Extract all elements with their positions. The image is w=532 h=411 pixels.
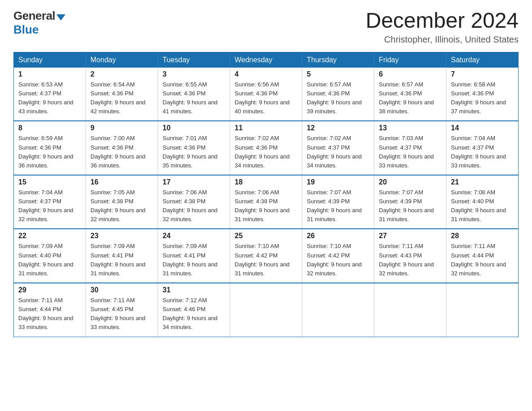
day-info: Sunrise: 7:10 AMSunset: 4:42 PMDaylight:… bbox=[307, 242, 369, 278]
day-info: Sunrise: 7:11 AMSunset: 4:44 PMDaylight:… bbox=[18, 296, 81, 332]
day-number: 22 bbox=[18, 232, 81, 240]
day-info: Sunrise: 7:00 AMSunset: 4:36 PMDaylight:… bbox=[90, 134, 153, 170]
day-info: Sunrise: 6:59 AMSunset: 4:36 PMDaylight:… bbox=[18, 134, 81, 170]
day-number: 14 bbox=[451, 124, 514, 132]
calendar-day-cell: 26 Sunrise: 7:10 AMSunset: 4:42 PMDaylig… bbox=[302, 229, 374, 283]
calendar-day-cell: 29 Sunrise: 7:11 AMSunset: 4:44 PMDaylig… bbox=[14, 283, 86, 337]
day-info: Sunrise: 7:08 AMSunset: 4:40 PMDaylight:… bbox=[451, 188, 514, 224]
day-info: Sunrise: 7:01 AMSunset: 4:36 PMDaylight:… bbox=[163, 134, 225, 170]
title-block: December 2024 Christopher, Illinois, Uni… bbox=[365, 9, 519, 45]
calendar-day-cell: 20 Sunrise: 7:07 AMSunset: 4:39 PMDaylig… bbox=[374, 175, 446, 229]
day-info: Sunrise: 7:11 AMSunset: 4:44 PMDaylight:… bbox=[451, 242, 514, 278]
day-info: Sunrise: 7:12 AMSunset: 4:46 PMDaylight:… bbox=[163, 296, 225, 332]
calendar-day-cell: 18 Sunrise: 7:06 AMSunset: 4:38 PMDaylig… bbox=[230, 175, 302, 229]
day-info: Sunrise: 7:11 AMSunset: 4:43 PMDaylight:… bbox=[379, 242, 442, 278]
day-number: 29 bbox=[18, 286, 81, 294]
calendar-day-cell: 31 Sunrise: 7:12 AMSunset: 4:46 PMDaylig… bbox=[158, 283, 230, 337]
calendar-week-row: 22 Sunrise: 7:09 AMSunset: 4:40 PMDaylig… bbox=[14, 229, 519, 283]
day-info: Sunrise: 6:57 AMSunset: 4:36 PMDaylight:… bbox=[307, 80, 369, 116]
weekday-header-row: SundayMondayTuesdayWednesdayThursdayFrid… bbox=[14, 52, 519, 68]
calendar-empty-cell bbox=[230, 283, 302, 337]
calendar-week-row: 1 Sunrise: 6:53 AMSunset: 4:37 PMDayligh… bbox=[14, 68, 519, 121]
day-number: 21 bbox=[451, 178, 514, 186]
day-number: 18 bbox=[235, 178, 297, 186]
day-info: Sunrise: 6:55 AMSunset: 4:36 PMDaylight:… bbox=[163, 80, 225, 116]
calendar-empty-cell bbox=[302, 283, 374, 337]
logo-blue-text: Blue bbox=[13, 23, 39, 37]
calendar-day-cell: 23 Sunrise: 7:09 AMSunset: 4:41 PMDaylig… bbox=[86, 229, 158, 283]
calendar-day-cell: 15 Sunrise: 7:04 AMSunset: 4:37 PMDaylig… bbox=[14, 175, 86, 229]
calendar-day-cell: 28 Sunrise: 7:11 AMSunset: 4:44 PMDaylig… bbox=[446, 229, 519, 283]
calendar-day-cell: 9 Sunrise: 7:00 AMSunset: 4:36 PMDayligh… bbox=[86, 121, 158, 175]
month-title: December 2024 bbox=[365, 9, 519, 33]
day-number: 31 bbox=[163, 286, 225, 294]
calendar-day-cell: 1 Sunrise: 6:53 AMSunset: 4:37 PMDayligh… bbox=[14, 68, 86, 121]
calendar-day-cell: 2 Sunrise: 6:54 AMSunset: 4:36 PMDayligh… bbox=[86, 68, 158, 121]
day-info: Sunrise: 7:06 AMSunset: 4:38 PMDaylight:… bbox=[163, 188, 225, 224]
day-number: 8 bbox=[18, 124, 81, 132]
calendar-day-cell: 16 Sunrise: 7:05 AMSunset: 4:38 PMDaylig… bbox=[86, 175, 158, 229]
day-info: Sunrise: 7:02 AMSunset: 4:37 PMDaylight:… bbox=[307, 134, 369, 170]
day-number: 3 bbox=[163, 70, 225, 78]
weekday-header-thursday: Thursday bbox=[302, 52, 374, 68]
calendar-day-cell: 24 Sunrise: 7:09 AMSunset: 4:41 PMDaylig… bbox=[158, 229, 230, 283]
day-info: Sunrise: 7:06 AMSunset: 4:38 PMDaylight:… bbox=[235, 188, 297, 224]
calendar-empty-cell bbox=[374, 283, 446, 337]
calendar-day-cell: 21 Sunrise: 7:08 AMSunset: 4:40 PMDaylig… bbox=[446, 175, 519, 229]
day-number: 15 bbox=[18, 178, 81, 186]
calendar-day-cell: 13 Sunrise: 7:03 AMSunset: 4:37 PMDaylig… bbox=[374, 121, 446, 175]
calendar-day-cell: 14 Sunrise: 7:04 AMSunset: 4:37 PMDaylig… bbox=[446, 121, 519, 175]
weekday-header-monday: Monday bbox=[86, 52, 158, 68]
day-info: Sunrise: 7:09 AMSunset: 4:41 PMDaylight:… bbox=[163, 242, 225, 278]
day-number: 25 bbox=[235, 232, 297, 240]
calendar-day-cell: 27 Sunrise: 7:11 AMSunset: 4:43 PMDaylig… bbox=[374, 229, 446, 283]
logo: General Blue bbox=[13, 9, 65, 37]
day-number: 30 bbox=[90, 286, 153, 294]
day-info: Sunrise: 7:05 AMSunset: 4:38 PMDaylight:… bbox=[90, 188, 153, 224]
day-info: Sunrise: 7:03 AMSunset: 4:37 PMDaylight:… bbox=[379, 134, 442, 170]
logo-arrow-icon bbox=[56, 14, 65, 21]
calendar-day-cell: 19 Sunrise: 7:07 AMSunset: 4:39 PMDaylig… bbox=[302, 175, 374, 229]
day-number: 2 bbox=[90, 70, 153, 78]
day-info: Sunrise: 7:09 AMSunset: 4:41 PMDaylight:… bbox=[90, 242, 153, 278]
day-number: 27 bbox=[379, 232, 442, 240]
calendar-day-cell: 6 Sunrise: 6:57 AMSunset: 4:36 PMDayligh… bbox=[374, 68, 446, 121]
calendar-day-cell: 5 Sunrise: 6:57 AMSunset: 4:36 PMDayligh… bbox=[302, 68, 374, 121]
weekday-header-sunday: Sunday bbox=[14, 52, 86, 68]
day-number: 13 bbox=[379, 124, 442, 132]
logo-general-text: General bbox=[13, 9, 55, 23]
day-number: 6 bbox=[379, 70, 442, 78]
day-number: 26 bbox=[307, 232, 369, 240]
day-number: 16 bbox=[90, 178, 153, 186]
location-title: Christopher, Illinois, United States bbox=[365, 34, 519, 45]
day-number: 5 bbox=[307, 70, 369, 78]
day-number: 9 bbox=[90, 124, 153, 132]
day-info: Sunrise: 7:11 AMSunset: 4:45 PMDaylight:… bbox=[90, 296, 153, 332]
calendar-day-cell: 25 Sunrise: 7:10 AMSunset: 4:42 PMDaylig… bbox=[230, 229, 302, 283]
calendar-week-row: 8 Sunrise: 6:59 AMSunset: 4:36 PMDayligh… bbox=[14, 121, 519, 175]
day-number: 19 bbox=[307, 178, 369, 186]
day-info: Sunrise: 7:09 AMSunset: 4:40 PMDaylight:… bbox=[18, 242, 81, 278]
calendar-day-cell: 7 Sunrise: 6:58 AMSunset: 4:36 PMDayligh… bbox=[446, 68, 519, 121]
calendar-day-cell: 8 Sunrise: 6:59 AMSunset: 4:36 PMDayligh… bbox=[14, 121, 86, 175]
day-info: Sunrise: 6:54 AMSunset: 4:36 PMDaylight:… bbox=[90, 80, 153, 116]
day-number: 28 bbox=[451, 232, 514, 240]
calendar-table: SundayMondayTuesdayWednesdayThursdayFrid… bbox=[13, 52, 519, 337]
day-number: 20 bbox=[379, 178, 442, 186]
calendar-day-cell: 22 Sunrise: 7:09 AMSunset: 4:40 PMDaylig… bbox=[14, 229, 86, 283]
day-number: 17 bbox=[163, 178, 225, 186]
day-info: Sunrise: 6:57 AMSunset: 4:36 PMDaylight:… bbox=[379, 80, 442, 116]
calendar-week-row: 29 Sunrise: 7:11 AMSunset: 4:44 PMDaylig… bbox=[14, 283, 519, 337]
day-number: 7 bbox=[451, 70, 514, 78]
calendar-empty-cell bbox=[446, 283, 519, 337]
calendar-day-cell: 12 Sunrise: 7:02 AMSunset: 4:37 PMDaylig… bbox=[302, 121, 374, 175]
day-info: Sunrise: 6:53 AMSunset: 4:37 PMDaylight:… bbox=[18, 80, 81, 116]
weekday-header-saturday: Saturday bbox=[446, 52, 519, 68]
day-info: Sunrise: 7:10 AMSunset: 4:42 PMDaylight:… bbox=[235, 242, 297, 278]
day-info: Sunrise: 6:56 AMSunset: 4:36 PMDaylight:… bbox=[235, 80, 297, 116]
day-info: Sunrise: 6:58 AMSunset: 4:36 PMDaylight:… bbox=[451, 80, 514, 116]
day-number: 23 bbox=[90, 232, 153, 240]
day-number: 24 bbox=[163, 232, 225, 240]
day-info: Sunrise: 7:04 AMSunset: 4:37 PMDaylight:… bbox=[451, 134, 514, 170]
calendar-day-cell: 3 Sunrise: 6:55 AMSunset: 4:36 PMDayligh… bbox=[158, 68, 230, 121]
